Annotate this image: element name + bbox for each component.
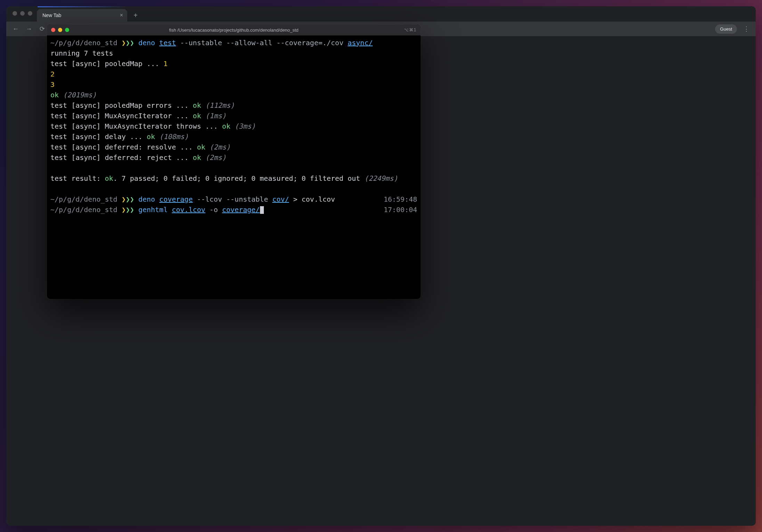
terminal-title: fish /Users/lucacasonato/projects/github… <box>47 27 421 33</box>
browser-tab[interactable]: New Tab × <box>37 9 127 22</box>
menu-icon[interactable]: ⋮ <box>740 23 752 35</box>
terminal-body[interactable]: ~/p/g/d/deno_std ❯❯❯ deno test --unstabl… <box>47 35 421 299</box>
terminal-command-line: ~/p/g/d/deno_std ❯❯❯ deno coverage --lco… <box>50 194 417 204</box>
terminal-output: test [async] delay ... ok (108ms) <box>50 131 417 142</box>
terminal-command-line: ~/p/g/d/deno_std ❯❯❯ deno test --unstabl… <box>50 38 417 48</box>
terminal-shortcut-hint: ⌥⌘1 <box>404 27 416 32</box>
terminal-output: test [async] MuxAsyncIterator ... ok (1m… <box>50 111 417 121</box>
browser-tabbar: New Tab × + <box>6 6 756 22</box>
terminal-output <box>50 184 417 194</box>
terminal-titlebar: fish /Users/lucacasonato/projects/github… <box>47 24 421 35</box>
terminal-output: 2 <box>50 69 417 79</box>
reload-button[interactable]: ⟳ <box>36 23 48 35</box>
terminal-output: test [async] deferred: reject ... ok (2m… <box>50 152 417 163</box>
terminal-output: ok (2019ms) <box>50 90 417 100</box>
terminal-output: test result: ok. 7 passed; 0 failed; 0 i… <box>50 173 417 184</box>
forward-button[interactable]: → <box>23 23 35 35</box>
zoom-window-icon[interactable] <box>65 28 69 32</box>
close-window-icon[interactable] <box>51 28 55 32</box>
terminal-output: test [async] deferred: resolve ... ok (2… <box>50 142 417 152</box>
terminal-command-line: ~/p/g/d/deno_std ❯❯❯ genhtml cov.lcov -o… <box>50 204 417 215</box>
tab-title: New Tab <box>42 13 116 18</box>
timestamp: 17:00:04 <box>384 204 417 215</box>
window-traffic-lights[interactable] <box>13 11 32 16</box>
terminal-output: test [async] pooledMap ... 1 <box>50 58 417 69</box>
minimize-window-icon[interactable] <box>58 28 62 32</box>
profile-badge[interactable]: Guest <box>715 24 737 34</box>
terminal-output: test [async] MuxAsyncIterator throws ...… <box>50 121 417 131</box>
terminal-output: running 7 tests <box>50 48 417 58</box>
close-icon[interactable]: × <box>120 12 123 18</box>
terminal-traffic-lights[interactable] <box>51 28 69 32</box>
terminal-output: 3 <box>50 79 417 90</box>
new-tab-button[interactable]: + <box>130 10 141 21</box>
terminal-window[interactable]: fish /Users/lucacasonato/projects/github… <box>47 24 421 299</box>
terminal-cursor <box>260 206 264 214</box>
terminal-output <box>50 163 417 173</box>
timestamp: 16:59:48 <box>384 194 417 204</box>
back-button[interactable]: ← <box>10 23 22 35</box>
terminal-output: test [async] pooledMap errors ... ok (11… <box>50 100 417 111</box>
